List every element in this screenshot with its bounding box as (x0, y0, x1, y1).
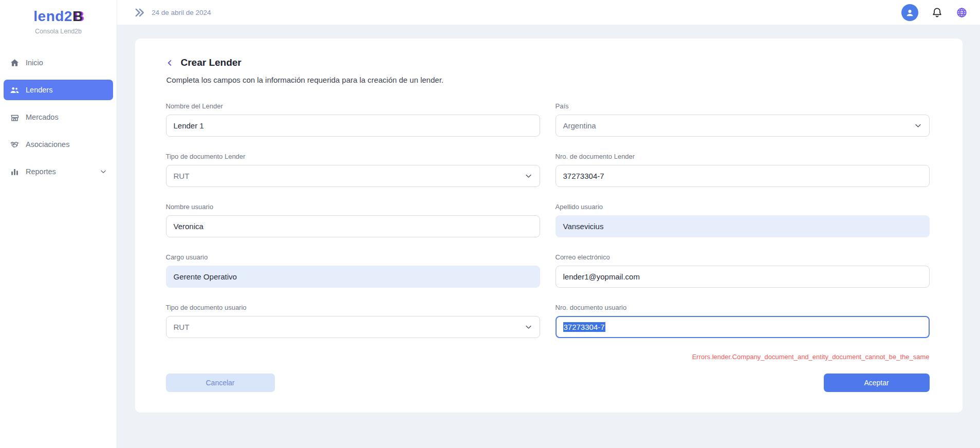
bar-chart-icon (10, 167, 20, 177)
sidebar: lend2B Consola Lend2b Inicio Lenders Mer… (0, 0, 117, 448)
logo-accent: B (72, 8, 83, 24)
page-title: Crear Lender (181, 57, 242, 68)
sidebar-item-lenders[interactable]: Lenders (4, 80, 113, 100)
globe-icon (956, 7, 968, 18)
field-nombre-del-lender: Nombre del Lender Lender 1 (166, 102, 540, 137)
input-value: Vansevicius (563, 222, 604, 231)
person-icon (905, 8, 915, 17)
chevron-down-icon (100, 168, 107, 175)
input-value: Veronica (174, 222, 204, 231)
chevron-down-icon (525, 323, 532, 331)
field-label: Correo electrónico (556, 253, 930, 261)
chevron-left-icon (166, 59, 174, 67)
field-nro-documento-usuario: Nro. documento usuario 37273304-7 (556, 304, 930, 338)
pais-select[interactable]: Argentina (556, 115, 930, 137)
field-label: Cargo usuario (166, 253, 540, 261)
double-chevron-right-icon (134, 7, 145, 18)
topbar: 24 de abril de 2024 (117, 0, 980, 25)
notifications-button[interactable] (931, 7, 943, 18)
field-label: Apellido usuario (556, 203, 930, 211)
sidebar-item-label: Asociaciones (26, 140, 69, 148)
field-nro-documento-lender: Nro. de documento Lender 37273304-7 (556, 153, 930, 187)
nombre-usuario-input[interactable]: Veronica (166, 215, 540, 237)
form-error-row: Errors.lender.Company_document_and_entit… (556, 352, 930, 361)
sidebar-item-label: Reportes (26, 167, 56, 176)
nro-documento-lender-input[interactable]: 37273304-7 (556, 165, 930, 187)
input-value: Lender 1 (174, 121, 204, 130)
sidebar-item-label: Mercados (26, 113, 59, 121)
field-pais: País Argentina (556, 102, 930, 137)
users-icon (10, 85, 20, 95)
current-date: 24 de abril de 2024 (152, 9, 211, 16)
select-value: Argentina (563, 121, 596, 130)
field-label: Tipo de documento usuario (166, 304, 540, 311)
input-value: 37273304-7 (563, 172, 604, 180)
tipo-documento-usuario-select[interactable]: RUT (166, 316, 540, 338)
language-button[interactable] (956, 7, 968, 18)
nombre-del-lender-input[interactable]: Lender 1 (166, 115, 540, 137)
apellido-usuario-input[interactable]: Vansevicius (556, 215, 930, 237)
sidebar-nav: Inicio Lenders Mercados Asociaciones Rep… (0, 52, 117, 182)
field-label: Tipo de documento Lender (166, 153, 540, 160)
user-avatar[interactable] (901, 4, 918, 21)
sidebar-item-label: Inicio (26, 59, 43, 67)
field-label: Nombre usuario (166, 203, 540, 211)
cancel-button[interactable]: Cancelar (166, 374, 275, 392)
input-value: Gerente Operativo (174, 272, 237, 281)
storefront-icon (10, 113, 20, 122)
crear-lender-card: Crear Lender Completa los campos con la … (135, 39, 963, 413)
form-actions: Cancelar Aceptar (166, 374, 930, 392)
field-nombre-usuario: Nombre usuario Veronica (166, 203, 540, 237)
collapse-sidebar-button[interactable] (134, 7, 145, 18)
sidebar-item-reportes[interactable]: Reportes (4, 161, 113, 182)
lender-form: Nombre del Lender Lender 1 País Argentin… (166, 102, 930, 370)
field-label: Nro. de documento Lender (556, 153, 930, 160)
sidebar-item-inicio[interactable]: Inicio (4, 52, 113, 73)
chevron-down-icon (525, 172, 532, 180)
input-value-selected: 37273304-7 (563, 322, 605, 332)
nro-documento-usuario-input[interactable]: 37273304-7 (556, 316, 930, 338)
page-subtitle: Completa los campos con la información r… (167, 76, 930, 84)
field-correo-electronico: Correo electrónico lender1@yopmail.com (556, 253, 930, 288)
field-tipo-documento-lender: Tipo de documento Lender RUT (166, 153, 540, 187)
cargo-usuario-input[interactable]: Gerente Operativo (166, 266, 540, 288)
select-value: RUT (174, 323, 190, 331)
content-area: Crear Lender Completa los campos con la … (117, 25, 980, 448)
correo-electronico-input[interactable]: lender1@yopmail.com (556, 266, 930, 288)
logo-text: lend2 (33, 8, 72, 24)
brand-logo: lend2B Consola Lend2b (0, 8, 117, 35)
field-cargo-usuario: Cargo usuario Gerente Operativo (166, 253, 540, 288)
input-value: lender1@yopmail.com (563, 272, 640, 281)
tipo-documento-lender-select[interactable]: RUT (166, 165, 540, 187)
bell-icon (931, 7, 943, 18)
back-button[interactable] (166, 59, 174, 67)
field-apellido-usuario: Apellido usuario Vansevicius (556, 203, 930, 237)
sidebar-item-label: Lenders (26, 86, 52, 94)
field-label: Nombre del Lender (166, 102, 540, 110)
chevron-down-icon (914, 122, 922, 129)
field-tipo-documento-usuario: Tipo de documento usuario RUT (166, 304, 540, 338)
field-label: País (556, 102, 930, 110)
field-label: Nro. documento usuario (556, 304, 930, 311)
sidebar-item-mercados[interactable]: Mercados (4, 107, 113, 127)
select-value: RUT (174, 172, 190, 180)
home-icon (10, 58, 20, 68)
sidebar-item-asociaciones[interactable]: Asociaciones (4, 134, 113, 155)
handshake-icon (10, 140, 20, 150)
accept-button[interactable]: Aceptar (824, 374, 930, 392)
error-message: Errors.lender.Company_document_and_entit… (692, 353, 930, 361)
brand-subtitle: Consola Lend2b (0, 28, 117, 35)
